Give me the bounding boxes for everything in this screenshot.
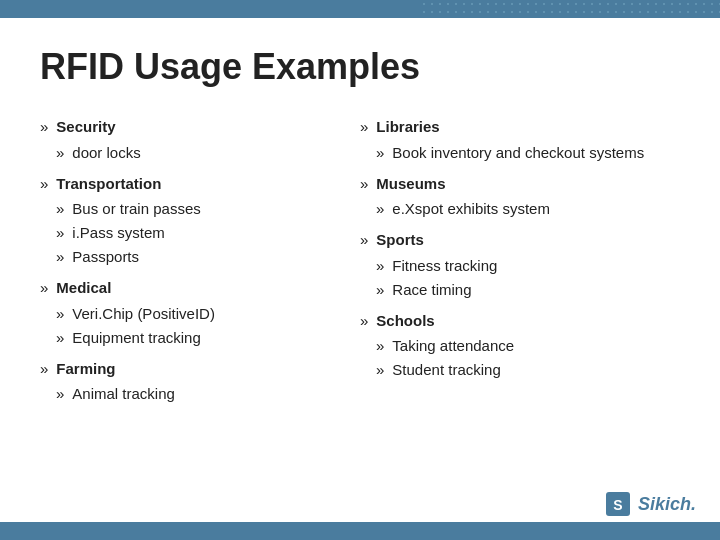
list-item: »Farming»Animal tracking — [40, 358, 340, 407]
page-title: RFID Usage Examples — [40, 46, 680, 88]
sub-item-text: Passports — [72, 245, 340, 269]
sub-item-text: Taking attendance — [392, 334, 660, 358]
bullet-sub: » — [56, 221, 64, 245]
bullet-sub: » — [56, 197, 64, 221]
sub-item: »Bus or train passes — [56, 197, 340, 221]
bullet-main: » — [360, 229, 368, 252]
list-item: »Schools»Taking attendance»Student track… — [360, 310, 660, 383]
bullet-main: » — [40, 358, 48, 381]
bullet-sub: » — [376, 254, 384, 278]
list-item-top: »Sports — [360, 229, 660, 252]
sub-item-text: Animal tracking — [72, 382, 340, 406]
sub-list: »Animal tracking — [56, 382, 340, 406]
sub-list: »Taking attendance»Student tracking — [376, 334, 660, 382]
sub-item-text: Race timing — [392, 278, 660, 302]
bullet-main: » — [360, 310, 368, 333]
main-content: RFID Usage Examples »Security»door locks… — [0, 18, 720, 522]
list-item-top: »Schools — [360, 310, 660, 333]
list-item-top: »Farming — [40, 358, 340, 381]
logo-area: S Sikich. — [604, 490, 696, 518]
sub-item: »e.Xspot exhibits system — [376, 197, 660, 221]
logo-text: Sikich. — [638, 494, 696, 515]
bullet-sub: » — [376, 358, 384, 382]
top-bar — [0, 0, 720, 18]
list-item: »Sports»Fitness tracking»Race timing — [360, 229, 660, 302]
sub-item: »Book inventory and checkout systems — [376, 141, 660, 165]
sub-list: »Veri.Chip (PositiveID)»Equipment tracki… — [56, 302, 340, 350]
list-item-top: »Security — [40, 116, 340, 139]
sub-list: »Bus or train passes»i.Pass system»Passp… — [56, 197, 340, 269]
svg-text:S: S — [613, 497, 622, 513]
sub-item: »Student tracking — [376, 358, 660, 382]
sub-item: »Passports — [56, 245, 340, 269]
item-label: Sports — [376, 229, 424, 252]
sub-item-text: Veri.Chip (PositiveID) — [72, 302, 340, 326]
sub-item-text: Equipment tracking — [72, 326, 340, 350]
top-bar-dots — [420, 0, 720, 18]
item-label: Museums — [376, 173, 445, 196]
list-item: »Libraries»Book inventory and checkout s… — [360, 116, 660, 165]
list-item-top: »Museums — [360, 173, 660, 196]
list-item-top: »Libraries — [360, 116, 660, 139]
bullet-main: » — [40, 173, 48, 196]
bullet-sub: » — [56, 245, 64, 269]
list-item: »Museums»e.Xspot exhibits system — [360, 173, 660, 222]
item-label: Schools — [376, 310, 434, 333]
bullet-sub: » — [376, 334, 384, 358]
item-label: Security — [56, 116, 115, 139]
sub-item-text: door locks — [72, 141, 340, 165]
sub-list: »e.Xspot exhibits system — [376, 197, 660, 221]
columns-container: »Security»door locks»Transportation»Bus … — [40, 116, 680, 414]
sub-item-text: Student tracking — [392, 358, 660, 382]
bullet-main: » — [360, 173, 368, 196]
sub-item-text: Fitness tracking — [392, 254, 660, 278]
bullet-sub: » — [376, 278, 384, 302]
item-label: Farming — [56, 358, 115, 381]
list-item-top: »Transportation — [40, 173, 340, 196]
sub-item-text: Book inventory and checkout systems — [392, 141, 660, 165]
sub-item: »Fitness tracking — [376, 254, 660, 278]
list-item: »Medical»Veri.Chip (PositiveID)»Equipmen… — [40, 277, 340, 350]
bullet-main: » — [360, 116, 368, 139]
sub-item: »i.Pass system — [56, 221, 340, 245]
sub-item: »Animal tracking — [56, 382, 340, 406]
bottom-bar — [0, 522, 720, 540]
sub-item-text: Bus or train passes — [72, 197, 340, 221]
bullet-main: » — [40, 116, 48, 139]
sub-item-text: e.Xspot exhibits system — [392, 197, 660, 221]
bullet-main: » — [40, 277, 48, 300]
left-column: »Security»door locks»Transportation»Bus … — [40, 116, 360, 414]
sub-list: »Fitness tracking»Race timing — [376, 254, 660, 302]
item-label: Libraries — [376, 116, 439, 139]
sub-item: »Veri.Chip (PositiveID) — [56, 302, 340, 326]
sub-item: »Taking attendance — [376, 334, 660, 358]
sub-item-text: i.Pass system — [72, 221, 340, 245]
list-item-top: »Medical — [40, 277, 340, 300]
bullet-sub: » — [56, 382, 64, 406]
sub-item: »door locks — [56, 141, 340, 165]
item-label: Transportation — [56, 173, 161, 196]
sub-list: »door locks — [56, 141, 340, 165]
sub-list: »Book inventory and checkout systems — [376, 141, 660, 165]
sikich-icon: S — [604, 490, 632, 518]
bullet-sub: » — [376, 141, 384, 165]
item-label: Medical — [56, 277, 111, 300]
bullet-sub: » — [56, 141, 64, 165]
list-item: »Transportation»Bus or train passes»i.Pa… — [40, 173, 340, 270]
bullet-sub: » — [56, 302, 64, 326]
bullet-sub: » — [56, 326, 64, 350]
sub-item: »Race timing — [376, 278, 660, 302]
sub-item: »Equipment tracking — [56, 326, 340, 350]
list-item: »Security»door locks — [40, 116, 340, 165]
bullet-sub: » — [376, 197, 384, 221]
right-column: »Libraries»Book inventory and checkout s… — [360, 116, 680, 414]
